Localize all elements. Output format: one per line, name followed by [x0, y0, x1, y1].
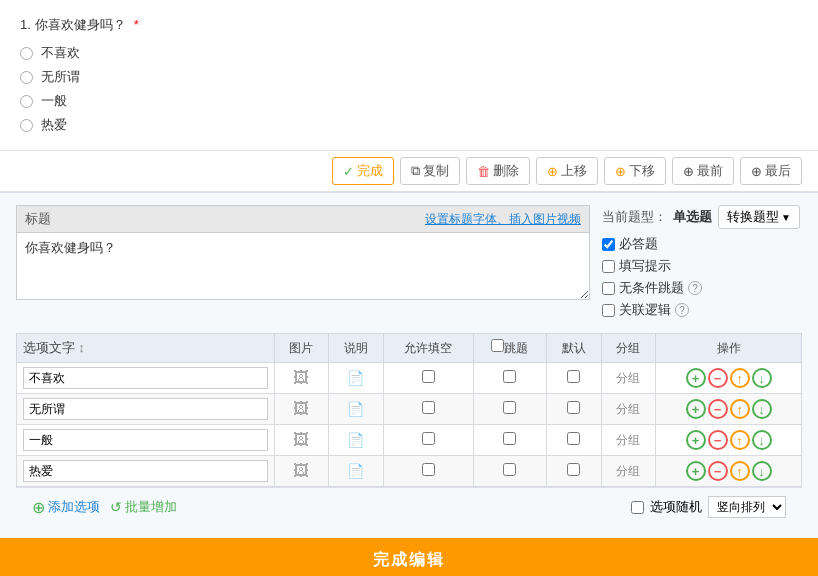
option-default-cell-0 [547, 363, 601, 394]
add-option-link[interactable]: ⊕ 添加选项 [32, 498, 100, 517]
option-group-cell-1: 分组 [601, 394, 655, 425]
fill-checkbox-0[interactable] [422, 370, 435, 383]
fill-checkbox-3[interactable] [422, 463, 435, 476]
batch-add-label: 批量增加 [125, 498, 177, 516]
plus-icon: ⊕ [32, 498, 45, 517]
skip-checkbox-1[interactable] [503, 401, 516, 414]
finish-label: 完成编辑 [373, 551, 445, 568]
doc-icon-3[interactable]: 📄 [347, 463, 364, 479]
option-3: 一般 [20, 92, 798, 110]
move-last-button[interactable]: ⊕ 最后 [740, 157, 802, 185]
batch-icon: ↺ [110, 499, 122, 515]
random-row: 选项随机 竖向排列 横向排列 随机排列 [631, 496, 786, 518]
options-table: 选项文字 ↕ 图片 说明 允许填空 跳题 默认 分组 操作 [16, 333, 802, 487]
move-row-up-icon-3[interactable]: ↑ [730, 461, 750, 481]
image-icon-2[interactable]: 🖼 [293, 431, 309, 448]
trash-icon: 🗑 [477, 164, 490, 179]
fill-hint-checkbox[interactable] [602, 260, 615, 273]
col-header-action: 操作 [656, 334, 802, 363]
move-row-up-icon-2[interactable]: ↑ [730, 430, 750, 450]
sort-icon[interactable]: ↕ [78, 340, 92, 355]
option-text-cell-3 [17, 456, 275, 487]
default-checkbox-3[interactable] [567, 463, 580, 476]
option-action-cell-3: + − ↑ ↓ [656, 456, 802, 487]
remove-row-icon-0[interactable]: − [708, 368, 728, 388]
option-skip-cell-2 [473, 425, 547, 456]
option-skip-cell-3 [473, 456, 547, 487]
required-star: * [134, 17, 139, 32]
table-row: 🖼 📄 分组 + − ↑ ↓ [17, 425, 802, 456]
switch-btn-label: 转换题型 [727, 208, 779, 226]
default-checkbox-0[interactable] [567, 370, 580, 383]
switch-type-button[interactable]: 转换题型 ▼ [718, 205, 800, 229]
move-row-up-icon-0[interactable]: ↑ [730, 368, 750, 388]
skip-all-checkbox[interactable] [491, 339, 504, 352]
dropdown-arrow-icon: ▼ [781, 212, 791, 223]
move-row-up-icon-1[interactable]: ↑ [730, 399, 750, 419]
done-button[interactable]: ✓ 完成 [332, 157, 394, 185]
action-icons-3: + − ↑ ↓ [662, 461, 795, 481]
option-fill-cell-0 [383, 363, 473, 394]
copy-button[interactable]: ⧉ 复制 [400, 157, 460, 185]
option-text-input-1[interactable] [23, 398, 268, 420]
fill-checkbox-2[interactable] [422, 432, 435, 445]
move-first-button[interactable]: ⊕ 最前 [672, 157, 734, 185]
remove-row-icon-3[interactable]: − [708, 461, 728, 481]
add-row-icon-1[interactable]: + [686, 399, 706, 419]
image-icon-1[interactable]: 🖼 [293, 400, 309, 417]
action-icons-1: + − ↑ ↓ [662, 399, 795, 419]
option-label-2: 无所谓 [41, 68, 80, 86]
random-checkbox[interactable] [631, 501, 644, 514]
logic-help-icon[interactable]: ? [675, 303, 689, 317]
move-row-down-icon-3[interactable]: ↓ [752, 461, 772, 481]
remove-row-icon-1[interactable]: − [708, 399, 728, 419]
required-checkbox[interactable] [602, 238, 615, 251]
option-text-input-2[interactable] [23, 429, 268, 451]
no-condition-help-icon[interactable]: ? [688, 281, 702, 295]
doc-icon-2[interactable]: 📄 [347, 432, 364, 448]
option-text-cell-1 [17, 394, 275, 425]
label-textarea[interactable]: 你喜欢健身吗？ [16, 232, 590, 300]
option-skip-cell-0 [473, 363, 547, 394]
add-row-icon-0[interactable]: + [686, 368, 706, 388]
add-row-icon-2[interactable]: + [686, 430, 706, 450]
move-row-down-icon-0[interactable]: ↓ [752, 368, 772, 388]
move-up-button[interactable]: ⊕ 上移 [536, 157, 598, 185]
image-icon-3[interactable]: 🖼 [293, 462, 309, 479]
default-checkbox-2[interactable] [567, 432, 580, 445]
set-font-link[interactable]: 设置标题字体、插入图片视频 [425, 211, 581, 228]
doc-icon-0[interactable]: 📄 [347, 370, 364, 386]
option-text-input-3[interactable] [23, 460, 268, 482]
move-row-down-icon-2[interactable]: ↓ [752, 430, 772, 450]
current-type-prefix: 当前题型： [602, 208, 667, 226]
finish-bar[interactable]: 完成编辑 [0, 538, 818, 576]
option-desc-cell-1: 📄 [329, 394, 383, 425]
default-checkbox-1[interactable] [567, 401, 580, 414]
logic-row: 关联逻辑 ? [602, 301, 802, 319]
option-action-cell-2: + − ↑ ↓ [656, 425, 802, 456]
skip-checkbox-2[interactable] [503, 432, 516, 445]
remove-row-icon-2[interactable]: − [708, 430, 728, 450]
batch-add-link[interactable]: ↺ 批量增加 [110, 498, 177, 516]
add-row-icon-3[interactable]: + [686, 461, 706, 481]
fill-checkbox-1[interactable] [422, 401, 435, 414]
doc-icon-1[interactable]: 📄 [347, 401, 364, 417]
move-row-down-icon-1[interactable]: ↓ [752, 399, 772, 419]
col-header-default: 默认 [547, 334, 601, 363]
question-title: 1. 你喜欢健身吗？ * [20, 16, 798, 34]
option-label-1: 不喜欢 [41, 44, 80, 62]
move-down-button[interactable]: ⊕ 下移 [604, 157, 666, 185]
skip-checkbox-3[interactable] [503, 463, 516, 476]
logic-checkbox[interactable] [602, 304, 615, 317]
group-label-2: 分组 [616, 433, 640, 447]
option-text-input-0[interactable] [23, 367, 268, 389]
no-condition-checkbox[interactable] [602, 282, 615, 295]
skip-checkbox-0[interactable] [503, 370, 516, 383]
arrow-down-icon: ⊕ [615, 164, 626, 179]
sort-select[interactable]: 竖向排列 横向排列 随机排列 [708, 496, 786, 518]
image-icon-0[interactable]: 🖼 [293, 369, 309, 386]
action-icons-2: + − ↑ ↓ [662, 430, 795, 450]
table-row: 🖼 📄 分组 + − ↑ ↓ [17, 394, 802, 425]
delete-button[interactable]: 🗑 删除 [466, 157, 530, 185]
option-fill-cell-1 [383, 394, 473, 425]
